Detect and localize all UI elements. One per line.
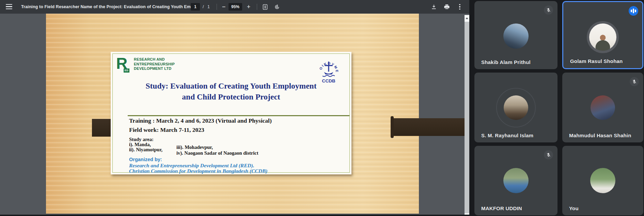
panel-resize-handle[interactable]: [469, 67, 474, 81]
slide-title: Study: Evaluation of Creating Youth Empl…: [111, 80, 351, 102]
participant-tile[interactable]: S. M. Rayhanul Islam: [474, 73, 557, 142]
zoom-out-button[interactable]: −: [220, 3, 228, 11]
participant-name: Shakib Alam Prithul: [481, 59, 531, 65]
study-area-item: ii). Niyamotpur,: [129, 147, 162, 153]
page-number-input[interactable]: 1: [191, 3, 200, 11]
avatar: [503, 168, 529, 193]
svg-text:OIKOYMENE: OIKOYMENE: [316, 56, 339, 73]
slide-title-line1: Study: Evaluation of Creating Youth Empl…: [111, 80, 351, 91]
slide-card: R ED RESEARCH AND ENTREPRENEURSHIP DEVEL…: [111, 52, 351, 174]
study-area-item: iii). Mohadevpur,: [176, 144, 213, 150]
red-org-line2: ENTREPRENEURSHIP: [134, 62, 175, 67]
pdf-scrollbar[interactable]: [465, 15, 469, 215]
download-icon[interactable]: [430, 3, 438, 11]
zoom-in-button[interactable]: +: [245, 3, 253, 11]
more-options-icon[interactable]: [456, 3, 464, 11]
avatar: [503, 24, 529, 49]
pdf-toolbar: Training to Field Researcher Name of the…: [0, 0, 469, 14]
red-logo: R ED: [116, 57, 132, 73]
mic-muted-icon: [544, 5, 553, 15]
avatar: [591, 95, 615, 120]
organizer-ccdb: Christian Commission for Development in …: [129, 168, 268, 174]
ccdb-ring-text: OIKOYMENE: [316, 56, 339, 73]
page-separator: /: [203, 3, 204, 11]
avatar: [589, 24, 616, 51]
mic-muted-icon: [544, 150, 553, 159]
toolbar-divider: [217, 4, 217, 10]
participant-name: Golam Rasul Shohan: [570, 58, 623, 64]
participant-name: Mahmudul Hasan Shahin: [569, 133, 631, 138]
toolbar-divider: [257, 4, 257, 10]
mic-muted-icon: [630, 77, 639, 86]
fieldwork-dates: Field work: March 7-11, 2023: [129, 126, 204, 134]
training-dates: Training : March 2, 4 and 6, 2023 (Virtu…: [129, 117, 272, 124]
organized-by-label: Organized by:: [129, 157, 162, 162]
participant-tile[interactable]: MAKFOR UDDIN: [474, 146, 557, 215]
meet-screenshare-window: Training to Field Researcher Name of the…: [0, 0, 644, 216]
participant-name: MAKFOR UDDIN: [481, 205, 522, 211]
participant-name: S. M. Rayhanul Islam: [481, 133, 533, 138]
menu-icon[interactable]: [6, 4, 12, 9]
slide-divider-line: [128, 115, 349, 116]
study-area-item: iv). Naogaon Sadar of Naogaon district: [176, 150, 258, 156]
participant-tile[interactable]: Shakib Alam Prithul: [474, 1, 557, 69]
print-icon[interactable]: [443, 3, 451, 11]
rotate-icon[interactable]: [273, 3, 281, 11]
red-logo-sub: ED: [124, 68, 129, 73]
red-org-name: RESEARCH AND ENTREPRENEURSHIP DEVELOPMEN…: [134, 57, 175, 71]
scrollbar-up-arrow-icon[interactable]: [465, 15, 469, 21]
participant-name: You: [569, 205, 579, 211]
fit-to-page-icon[interactable]: [261, 3, 269, 11]
avatar: [590, 168, 615, 193]
red-org-line1: RESEARCH AND: [134, 57, 175, 62]
zoom-level[interactable]: 95%: [229, 3, 242, 11]
red-org-line3: DEVELOPMENT LTD: [134, 66, 175, 71]
scrollbar-thumb[interactable]: [465, 22, 469, 213]
document-title: Training to Field Researcher Name of the…: [21, 0, 199, 14]
speaking-indicator-icon: [629, 6, 638, 16]
participant-tile-active-speaker[interactable]: Golam Rasul Shohan: [562, 1, 643, 69]
participant-tile-self[interactable]: You: [562, 146, 643, 215]
slide-ribbon-right: [392, 118, 465, 136]
page-total: 1: [207, 3, 210, 11]
slide-title-line2: and Child Protection Project: [111, 91, 351, 102]
participant-tile[interactable]: Mahmudul Hasan Shahin: [562, 73, 643, 142]
avatar: [504, 95, 528, 120]
